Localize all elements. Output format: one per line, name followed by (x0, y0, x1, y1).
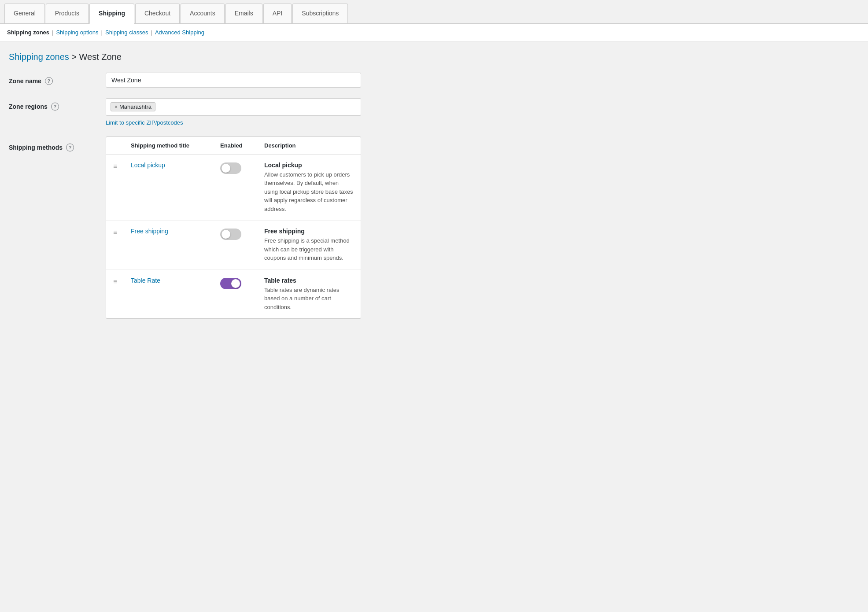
zone-tag-maharashtra: × Maharashtra (111, 102, 155, 111)
sub-nav-item-advanced-shipping[interactable]: Advanced Shipping (155, 29, 204, 36)
zone-name-label: Zone name (9, 77, 41, 85)
limit-postcodes-link[interactable]: Limit to specific ZIP/postcodes (106, 119, 183, 126)
method-desc-text-table-rate: Table rates are dynamic rates based on a… (264, 286, 354, 312)
sub-nav-sep-1: | (52, 29, 53, 36)
sub-nav: Shipping zones | Shipping options | Ship… (0, 24, 868, 41)
tab-products[interactable]: Products (46, 4, 89, 23)
zone-tag-remove[interactable]: × (115, 104, 118, 110)
breadcrumb-current: West Zone (79, 52, 122, 62)
zone-regions-row: Zone regions ? × Maharashtra Limit to sp… (9, 98, 859, 126)
method-link-free-shipping[interactable]: Free shipping (131, 228, 168, 235)
shipping-methods-row: Shipping methods ? Shipping method title… (9, 136, 859, 319)
toggle-cell-local-pickup (220, 162, 264, 174)
method-title-cell-free-shipping: Free shipping (131, 228, 220, 235)
toggle-thumb-table-rate (231, 279, 240, 288)
zone-name-help-icon[interactable]: ? (45, 77, 53, 85)
methods-header-description: Description (264, 142, 354, 149)
shipping-methods-label-cell: Shipping methods ? (9, 136, 106, 151)
zone-regions-label: Zone regions (9, 103, 48, 110)
sub-nav-item-shipping-zones: Shipping zones (7, 29, 49, 36)
method-desc-title-table-rate: Table rates (264, 277, 354, 284)
method-desc-cell-free-shipping: Free shipping Free shipping is a special… (264, 228, 354, 262)
methods-header: Shipping method title Enabled Descriptio… (106, 137, 361, 155)
drag-handle-local-pickup[interactable]: ≡ (113, 162, 131, 170)
zone-name-label-cell: Zone name ? (9, 73, 106, 85)
sub-nav-sep-2: | (101, 29, 103, 36)
toggle-thumb-local-pickup (222, 164, 230, 173)
sub-nav-sep-3: | (151, 29, 152, 36)
zone-regions-input[interactable]: × Maharashtra (106, 98, 361, 116)
tab-checkout[interactable]: Checkout (135, 4, 180, 23)
page-content: Shipping zones > West Zone Zone name ? Z… (0, 41, 868, 612)
toggle-thumb-free-shipping (222, 230, 230, 239)
zone-tag-label: Maharashtra (119, 103, 151, 110)
method-desc-text-free-shipping: Free shipping is a special method which … (264, 236, 354, 262)
methods-header-drag (113, 142, 131, 149)
breadcrumb-separator: > (71, 52, 79, 62)
breadcrumb: Shipping zones > West Zone (9, 52, 859, 62)
toggle-cell-free-shipping (220, 228, 264, 240)
toggle-table-rate[interactable] (220, 278, 241, 289)
method-desc-title-free-shipping: Free shipping (264, 228, 354, 235)
method-row-table-rate: ≡ Table Rate Table rates Table rates a (106, 270, 361, 319)
method-link-local-pickup[interactable]: Local pickup (131, 162, 165, 169)
method-link-table-rate[interactable]: Table Rate (131, 277, 160, 284)
methods-table: Shipping method title Enabled Descriptio… (106, 136, 361, 319)
tab-shipping[interactable]: Shipping (89, 4, 134, 24)
shipping-methods-help-icon[interactable]: ? (66, 144, 74, 151)
tab-emails[interactable]: Emails (225, 4, 262, 23)
methods-header-title: Shipping method title (131, 142, 220, 149)
toggle-local-pickup[interactable] (220, 162, 241, 174)
methods-header-enabled: Enabled (220, 142, 264, 149)
shipping-methods-field-cell: Shipping method title Enabled Descriptio… (106, 136, 859, 319)
tab-general[interactable]: General (4, 4, 45, 23)
sub-nav-item-shipping-options[interactable]: Shipping options (56, 29, 98, 36)
method-desc-cell-table-rate: Table rates Table rates are dynamic rate… (264, 277, 354, 312)
drag-handle-table-rate[interactable]: ≡ (113, 277, 131, 286)
method-desc-cell-local-pickup: Local pickup Allow customers to pick up … (264, 162, 354, 214)
method-desc-title-local-pickup: Local pickup (264, 162, 354, 169)
zone-regions-label-cell: Zone regions ? (9, 98, 106, 111)
tab-bar: GeneralProductsShippingCheckoutAccountsE… (0, 0, 868, 24)
method-title-cell-local-pickup: Local pickup (131, 162, 220, 169)
toggle-free-shipping[interactable] (220, 229, 241, 240)
method-desc-text-local-pickup: Allow customers to pick up orders themse… (264, 170, 354, 214)
toggle-cell-table-rate (220, 277, 264, 289)
zone-name-field-cell (106, 73, 859, 88)
shipping-methods-label: Shipping methods (9, 144, 63, 151)
sub-nav-item-shipping-classes[interactable]: Shipping classes (105, 29, 148, 36)
breadcrumb-parent[interactable]: Shipping zones (9, 52, 69, 62)
tab-accounts[interactable]: Accounts (181, 4, 225, 23)
method-row-local-pickup: ≡ Local pickup Local pickup Allow cust (106, 155, 361, 221)
method-row-free-shipping: ≡ Free shipping Free shipping Free shi (106, 221, 361, 270)
tab-subscriptions[interactable]: Subscriptions (292, 4, 348, 23)
method-title-cell-table-rate: Table Rate (131, 277, 220, 284)
zone-name-input[interactable] (106, 73, 361, 88)
tab-api[interactable]: API (263, 4, 292, 23)
zone-name-row: Zone name ? (9, 73, 859, 88)
drag-handle-free-shipping[interactable]: ≡ (113, 228, 131, 236)
zone-regions-help-icon[interactable]: ? (51, 103, 59, 111)
zone-regions-field-cell: × Maharashtra Limit to specific ZIP/post… (106, 98, 859, 126)
